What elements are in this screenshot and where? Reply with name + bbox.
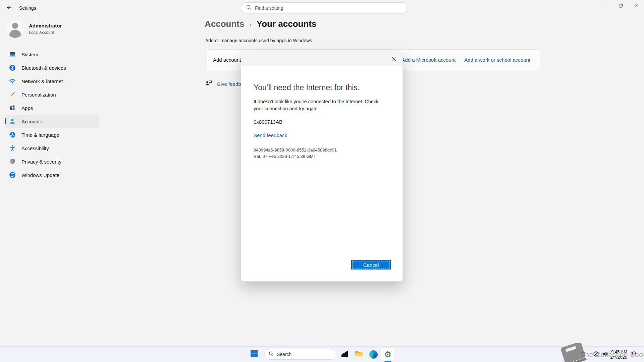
close-icon — [392, 57, 396, 63]
people-badge-icon — [581, 350, 588, 359]
accessibility-icon — [9, 145, 16, 152]
taskbar: Search ⚙ 9:45 AM — [0, 346, 644, 362]
file-explorer-button[interactable] — [352, 348, 366, 361]
sidebar-item-bluetooth-devices[interactable]: Bluetooth & devices — [5, 61, 99, 74]
cancel-button[interactable]: Cancel — [351, 260, 391, 269]
dialog-timestamp: Sat, 07 Feb 2026 17:45:38 GMT — [254, 153, 389, 160]
back-arrow-icon — [6, 4, 12, 12]
dialog-error-code: 0x800713AB — [254, 119, 389, 125]
active-app-indicator — [384, 361, 391, 362]
sidebar-item-privacy-security[interactable]: Privacy & security — [5, 155, 99, 168]
add-microsoft-account-link[interactable]: Add a Microsoft account — [401, 57, 455, 63]
sidebar-item-label: Bluetooth & devices — [21, 65, 66, 71]
svg-text:z: z — [633, 352, 634, 355]
gear-icon: ⚙ — [384, 350, 391, 359]
page-subtitle: Add or manage accounts used by apps in W… — [205, 38, 312, 43]
breadcrumb: Accounts › Your accounts — [205, 19, 316, 29]
sidebar-item-windows-update[interactable]: Windows Update — [5, 168, 99, 182]
add-accounts-label: Add accounts — [213, 57, 244, 63]
feedback-person-icon — [205, 79, 212, 88]
speaker-icon — [602, 351, 609, 359]
tray-notifications[interactable]: z — [630, 349, 638, 360]
bell-focus-icon: z — [631, 351, 637, 359]
sidebar-item-label: Time & language — [21, 132, 59, 138]
sidebar-item-label: System — [21, 52, 38, 57]
tray-show-hidden-icons[interactable] — [561, 349, 570, 360]
sidebar-item-apps[interactable]: Apps — [5, 101, 99, 115]
person-icon — [9, 118, 16, 125]
taskbar-search-placeholder: Search — [277, 352, 291, 357]
sidebar-item-label: Accessibility — [21, 145, 49, 151]
sidebar-item-personalization[interactable]: Personalization — [5, 88, 99, 101]
dialog-message: It doesn’t look like you’re connected to… — [254, 98, 395, 112]
apps-grid-icon — [9, 105, 16, 111]
sidebar-item-label: Windows Update — [21, 172, 59, 178]
avatar — [6, 19, 24, 38]
sidebar-nav: System Bluetooth & devices Network & int… — [5, 48, 99, 182]
edge-browser-button[interactable] — [367, 348, 380, 361]
user-account-type: Local Account — [29, 30, 54, 35]
edge-icon — [369, 350, 378, 359]
tray-network-status[interactable] — [592, 349, 600, 360]
taskbar-app-dark-square[interactable] — [338, 348, 351, 361]
sidebar-item-label: Accounts — [21, 119, 42, 124]
sidebar-item-network-internet[interactable]: Network & internet — [5, 74, 99, 88]
shield-icon — [9, 158, 16, 165]
breadcrumb-separator-icon: › — [249, 20, 251, 28]
add-work-school-account-link[interactable]: Add a work or school account — [464, 57, 530, 63]
sidebar-item-label: Personalization — [21, 92, 56, 98]
tray-pen-status[interactable] — [570, 349, 579, 360]
folder-icon — [355, 349, 363, 359]
bluetooth-icon — [9, 64, 16, 71]
dialog-close-button[interactable] — [390, 56, 398, 64]
dialog-body: You’ll need the Internet for this. It do… — [241, 83, 402, 160]
update-icon — [9, 172, 16, 178]
globe-no-internet-icon — [593, 351, 599, 359]
close-window-button[interactable] — [629, 0, 644, 12]
app-title: Settings — [19, 5, 36, 11]
clock-date: 2/7/2026 — [608, 355, 627, 360]
sidebar-item-accounts[interactable]: Accounts — [5, 115, 99, 128]
dialog-correlation-id: 943994a6-9858-0000-8552-3a945898dc01 — [254, 147, 389, 153]
wifi-icon — [9, 78, 16, 84]
restore-button[interactable] — [613, 0, 629, 12]
page-title: Your accounts — [257, 19, 317, 29]
breadcrumb-accounts[interactable]: Accounts — [205, 19, 244, 29]
clock-icon — [9, 131, 16, 138]
find-a-setting-input[interactable]: Find a setting — [241, 2, 408, 13]
user-name: Administrator — [29, 23, 62, 28]
chevron-up-icon — [563, 352, 568, 358]
taskbar-search-box[interactable]: Search — [264, 349, 336, 360]
sidebar-item-accessibility[interactable]: Accessibility — [5, 141, 99, 155]
sidebar-item-time-language[interactable]: Time & language — [5, 128, 99, 141]
dialog-header — [241, 53, 402, 66]
settings-window: Settings Find a setting Administrator Lo… — [0, 0, 644, 362]
internet-required-dialog: You’ll need the Internet for this. It do… — [241, 53, 403, 282]
close-icon — [635, 3, 638, 9]
sidebar-item-label: Privacy & security — [21, 159, 61, 165]
sidebar-item-label: Network & internet — [21, 78, 63, 84]
search-icon — [246, 5, 252, 11]
start-button[interactable] — [247, 348, 261, 361]
tray-people-notification[interactable] — [580, 349, 589, 360]
taskbar-clock[interactable]: 9:45 AM 2/7/2026 — [608, 349, 627, 360]
find-a-setting-placeholder: Find a setting — [255, 5, 283, 11]
restore-icon — [619, 3, 623, 9]
dialog-title: You’ll need the Internet for this. — [254, 83, 389, 92]
back-button[interactable] — [4, 3, 14, 13]
send-feedback-link[interactable]: Send feedback — [254, 132, 389, 138]
dark-square-app-icon — [341, 350, 348, 359]
windows-logo-icon — [250, 350, 258, 359]
system-icon — [9, 51, 16, 58]
settings-app-button[interactable]: ⚙ — [381, 348, 394, 361]
minimize-icon — [604, 3, 607, 9]
sidebar-item-label: Apps — [21, 105, 33, 111]
clock-time: 9:45 AM — [608, 349, 627, 355]
brush-icon — [9, 91, 16, 98]
minimize-button[interactable] — [598, 0, 613, 12]
window-controls — [598, 0, 644, 12]
search-icon — [269, 351, 274, 358]
pen-disabled-icon — [572, 351, 578, 358]
sidebar-item-system[interactable]: System — [5, 48, 99, 61]
